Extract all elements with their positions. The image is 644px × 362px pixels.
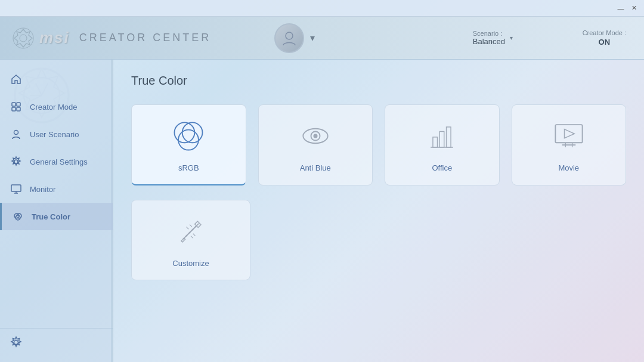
scenario-dropdown-button[interactable]: ▾ bbox=[510, 35, 513, 41]
sidebar-label-true-color: True Color bbox=[32, 212, 70, 221]
sidebar-item-true-color[interactable]: True Color bbox=[0, 203, 113, 230]
color-mode-anti-blue[interactable]: Anti Blue bbox=[258, 104, 373, 185]
color-mode-movie[interactable]: Movie bbox=[512, 104, 627, 185]
content-area: True Color sRGB bbox=[113, 60, 644, 362]
general-settings-icon bbox=[10, 155, 23, 168]
customize-icon bbox=[172, 212, 210, 250]
creator-mode-value: ON bbox=[599, 38, 611, 47]
sidebar-item-home[interactable] bbox=[0, 66, 113, 93]
main-content: Creator Mode User Scenario bbox=[0, 60, 644, 362]
msi-logo-text: msi bbox=[39, 29, 70, 47]
profile-dropdown-button[interactable]: ▾ bbox=[308, 33, 317, 43]
scenario-label: Scenario : bbox=[473, 30, 505, 37]
svg-line-33 bbox=[186, 227, 188, 229]
creator-mode-area: Creator Mode : ON bbox=[583, 29, 626, 47]
srgb-icon bbox=[169, 117, 208, 155]
page-title: True Color bbox=[131, 74, 626, 88]
true-color-icon bbox=[11, 210, 24, 223]
anti-blue-label: Anti Blue bbox=[300, 163, 331, 172]
office-icon bbox=[423, 117, 461, 155]
svg-rect-23 bbox=[433, 137, 438, 147]
logo-area: msi CREATOR CENTER bbox=[12, 27, 211, 49]
svg-point-9 bbox=[14, 131, 18, 135]
sidebar-label-general-settings: General Settings bbox=[30, 157, 88, 166]
color-modes-row2: Customize bbox=[131, 200, 626, 280]
sidebar-item-user-scenario[interactable]: User Scenario bbox=[0, 120, 113, 148]
svg-rect-25 bbox=[447, 127, 451, 147]
msi-dragon-icon bbox=[12, 27, 35, 49]
customize-label: Customize bbox=[172, 259, 209, 268]
sidebar-label-creator-mode: Creator Mode bbox=[30, 103, 77, 112]
movie-icon bbox=[550, 117, 588, 155]
close-button[interactable]: ✕ bbox=[628, 3, 639, 14]
sidebar: Creator Mode User Scenario bbox=[0, 60, 113, 362]
movie-label: Movie bbox=[558, 163, 579, 172]
svg-rect-5 bbox=[12, 103, 16, 106]
svg-point-18 bbox=[178, 130, 199, 150]
svg-marker-27 bbox=[564, 129, 574, 138]
svg-point-1 bbox=[20, 35, 27, 42]
svg-line-36 bbox=[191, 236, 193, 239]
sidebar-settings bbox=[0, 328, 113, 356]
svg-rect-26 bbox=[555, 125, 582, 143]
svg-line-35 bbox=[193, 234, 196, 236]
color-mode-srgb[interactable]: sRGB bbox=[131, 104, 246, 185]
sidebar-label-monitor: Monitor bbox=[30, 185, 55, 194]
profile-area: ▾ bbox=[274, 23, 317, 53]
color-modes-grid: sRGB Anti Blue bbox=[131, 104, 626, 185]
sidebar-item-settings[interactable] bbox=[0, 329, 113, 356]
svg-rect-24 bbox=[439, 131, 444, 147]
user-scenario-icon bbox=[10, 128, 23, 141]
svg-rect-7 bbox=[12, 107, 16, 111]
sidebar-item-general-settings[interactable]: General Settings bbox=[0, 148, 113, 175]
minimize-button[interactable]: — bbox=[615, 3, 626, 14]
sidebar-item-monitor[interactable]: Monitor bbox=[0, 175, 113, 203]
home-icon bbox=[10, 73, 23, 86]
svg-rect-6 bbox=[17, 103, 20, 106]
scenario-section: Scenario : Balanced bbox=[473, 30, 505, 46]
scenario-area: Scenario : Balanced ▾ bbox=[473, 30, 513, 46]
sidebar-label-user-scenario: User Scenario bbox=[30, 130, 79, 139]
color-mode-customize[interactable]: Customize bbox=[131, 200, 250, 280]
scenario-value: Balanced bbox=[473, 37, 505, 46]
titlebar: — ✕ bbox=[0, 0, 644, 17]
svg-point-21 bbox=[314, 134, 317, 138]
srgb-label: sRGB bbox=[178, 163, 199, 172]
svg-rect-11 bbox=[11, 185, 21, 191]
creator-mode-icon bbox=[10, 100, 23, 113]
app-container: msi CREATOR CENTER ▾ Scenario : Balanced… bbox=[0, 17, 644, 362]
svg-point-10 bbox=[14, 160, 18, 163]
sidebar-item-creator-mode[interactable]: Creator Mode bbox=[0, 93, 113, 120]
anti-blue-icon bbox=[296, 117, 335, 155]
header: msi CREATOR CENTER ▾ Scenario : Balanced… bbox=[0, 17, 644, 60]
avatar[interactable] bbox=[274, 23, 304, 53]
svg-rect-8 bbox=[17, 107, 20, 111]
svg-line-34 bbox=[190, 225, 192, 227]
monitor-icon bbox=[10, 182, 23, 196]
creator-mode-label: Creator Mode : bbox=[583, 29, 626, 36]
settings-icon bbox=[10, 336, 23, 349]
svg-point-15 bbox=[14, 341, 18, 345]
office-label: Office bbox=[432, 163, 452, 172]
app-title: CREATOR CENTER bbox=[79, 32, 211, 44]
color-mode-office[interactable]: Office bbox=[385, 104, 500, 185]
svg-point-2 bbox=[286, 32, 293, 39]
